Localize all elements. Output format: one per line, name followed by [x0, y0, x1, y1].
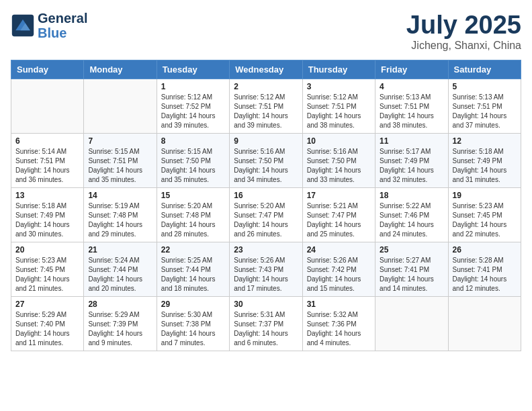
day-number: 4 — [380, 82, 443, 91]
calendar-cell — [448, 297, 521, 351]
cell-info: Sunrise: 5:31 AMSunset: 7:37 PMDaylight:… — [234, 310, 298, 348]
cell-info: Sunrise: 5:23 AMSunset: 7:45 PMDaylight:… — [453, 201, 517, 239]
calendar-cell: 20Sunrise: 5:23 AMSunset: 7:45 PMDayligh… — [11, 242, 84, 297]
day-number: 19 — [453, 191, 517, 200]
day-header-monday: Monday — [84, 60, 157, 79]
day-number: 24 — [307, 245, 371, 255]
calendar-cell: 15Sunrise: 5:20 AMSunset: 7:48 PMDayligh… — [157, 188, 229, 242]
calendar-cell: 2Sunrise: 5:12 AMSunset: 7:51 PMDaylight… — [230, 79, 302, 134]
calendar-cell: 10Sunrise: 5:16 AMSunset: 7:50 PMDayligh… — [302, 134, 375, 188]
day-number: 15 — [161, 191, 225, 200]
day-number: 27 — [15, 300, 79, 309]
calendar-header-row: SundayMondayTuesdayWednesdayThursdayFrid… — [11, 60, 521, 79]
day-number: 26 — [453, 245, 517, 255]
cell-info: Sunrise: 5:20 AMSunset: 7:48 PMDaylight:… — [161, 201, 225, 239]
logo-line2: Blue — [38, 26, 87, 40]
calendar-cell: 9Sunrise: 5:16 AMSunset: 7:50 PMDaylight… — [230, 134, 302, 188]
cell-info: Sunrise: 5:21 AMSunset: 7:47 PMDaylight:… — [307, 201, 371, 239]
cell-info: Sunrise: 5:23 AMSunset: 7:45 PMDaylight:… — [15, 256, 79, 293]
calendar-cell: 11Sunrise: 5:17 AMSunset: 7:49 PMDayligh… — [375, 134, 448, 188]
day-number: 20 — [15, 245, 79, 255]
cell-info: Sunrise: 5:19 AMSunset: 7:48 PMDaylight:… — [88, 201, 152, 239]
cell-info: Sunrise: 5:15 AMSunset: 7:50 PMDaylight:… — [161, 147, 225, 185]
title-block: July 2025 Jicheng, Shanxi, China — [406, 11, 521, 52]
day-header-tuesday: Tuesday — [157, 60, 229, 79]
day-number: 9 — [234, 136, 298, 146]
calendar-cell: 3Sunrise: 5:12 AMSunset: 7:51 PMDaylight… — [302, 79, 375, 134]
cell-info: Sunrise: 5:26 AMSunset: 7:43 PMDaylight:… — [234, 256, 298, 293]
day-number: 18 — [380, 191, 443, 200]
cell-info: Sunrise: 5:12 AMSunset: 7:52 PMDaylight:… — [161, 93, 225, 130]
cell-info: Sunrise: 5:32 AMSunset: 7:36 PMDaylight:… — [307, 310, 371, 348]
day-number: 23 — [234, 245, 298, 255]
day-number: 30 — [234, 300, 298, 309]
cell-info: Sunrise: 5:24 AMSunset: 7:44 PMDaylight:… — [88, 256, 152, 293]
calendar-week-5: 27Sunrise: 5:29 AMSunset: 7:40 PMDayligh… — [11, 297, 521, 351]
cell-info: Sunrise: 5:29 AMSunset: 7:40 PMDaylight:… — [15, 310, 79, 348]
day-header-thursday: Thursday — [302, 60, 375, 79]
calendar-cell: 27Sunrise: 5:29 AMSunset: 7:40 PMDayligh… — [11, 297, 84, 351]
cell-info: Sunrise: 5:18 AMSunset: 7:49 PMDaylight:… — [15, 201, 79, 239]
day-number: 6 — [15, 136, 79, 146]
calendar-cell: 23Sunrise: 5:26 AMSunset: 7:43 PMDayligh… — [230, 242, 302, 297]
cell-info: Sunrise: 5:22 AMSunset: 7:46 PMDaylight:… — [380, 201, 443, 239]
day-number: 10 — [307, 136, 371, 146]
logo-icon — [11, 13, 35, 38]
calendar-cell: 22Sunrise: 5:25 AMSunset: 7:44 PMDayligh… — [157, 242, 229, 297]
calendar-cell: 8Sunrise: 5:15 AMSunset: 7:50 PMDaylight… — [157, 134, 229, 188]
calendar-cell: 12Sunrise: 5:18 AMSunset: 7:49 PMDayligh… — [448, 134, 521, 188]
day-number: 12 — [453, 136, 517, 146]
day-header-saturday: Saturday — [448, 60, 521, 79]
cell-info: Sunrise: 5:14 AMSunset: 7:51 PMDaylight:… — [15, 147, 79, 185]
day-number: 28 — [88, 300, 152, 309]
calendar-cell: 6Sunrise: 5:14 AMSunset: 7:51 PMDaylight… — [11, 134, 84, 188]
calendar-cell: 17Sunrise: 5:21 AMSunset: 7:47 PMDayligh… — [302, 188, 375, 242]
calendar-cell: 16Sunrise: 5:20 AMSunset: 7:47 PMDayligh… — [230, 188, 302, 242]
calendar-cell: 31Sunrise: 5:32 AMSunset: 7:36 PMDayligh… — [302, 297, 375, 351]
day-number: 3 — [307, 82, 371, 91]
day-number: 16 — [234, 191, 298, 200]
cell-info: Sunrise: 5:18 AMSunset: 7:49 PMDaylight:… — [453, 147, 517, 185]
calendar-cell: 19Sunrise: 5:23 AMSunset: 7:45 PMDayligh… — [448, 188, 521, 242]
cell-info: Sunrise: 5:16 AMSunset: 7:50 PMDaylight:… — [307, 147, 371, 185]
cell-info: Sunrise: 5:13 AMSunset: 7:51 PMDaylight:… — [380, 93, 443, 130]
cell-info: Sunrise: 5:12 AMSunset: 7:51 PMDaylight:… — [307, 93, 371, 130]
day-number: 22 — [161, 245, 225, 255]
cell-info: Sunrise: 5:16 AMSunset: 7:50 PMDaylight:… — [234, 147, 298, 185]
day-number: 1 — [161, 82, 225, 91]
cell-info: Sunrise: 5:30 AMSunset: 7:38 PMDaylight:… — [161, 310, 225, 348]
calendar-cell: 30Sunrise: 5:31 AMSunset: 7:37 PMDayligh… — [230, 297, 302, 351]
cell-info: Sunrise: 5:26 AMSunset: 7:42 PMDaylight:… — [307, 256, 371, 293]
day-number: 29 — [161, 300, 225, 309]
calendar-week-3: 13Sunrise: 5:18 AMSunset: 7:49 PMDayligh… — [11, 188, 521, 242]
cell-info: Sunrise: 5:28 AMSunset: 7:41 PMDaylight:… — [453, 256, 517, 293]
calendar-week-2: 6Sunrise: 5:14 AMSunset: 7:51 PMDaylight… — [11, 134, 521, 188]
logo: General Blue — [11, 11, 87, 40]
calendar-cell: 28Sunrise: 5:29 AMSunset: 7:39 PMDayligh… — [84, 297, 157, 351]
logo-line1: General — [38, 11, 87, 26]
day-number: 2 — [234, 82, 298, 91]
day-number: 31 — [307, 300, 371, 309]
cell-info: Sunrise: 5:20 AMSunset: 7:47 PMDaylight:… — [234, 201, 298, 239]
calendar-week-1: 1Sunrise: 5:12 AMSunset: 7:52 PMDaylight… — [11, 79, 521, 134]
calendar-cell: 21Sunrise: 5:24 AMSunset: 7:44 PMDayligh… — [84, 242, 157, 297]
day-number: 11 — [380, 136, 443, 146]
day-header-wednesday: Wednesday — [230, 60, 302, 79]
day-number: 14 — [88, 191, 152, 200]
day-number: 17 — [307, 191, 371, 200]
calendar-cell: 29Sunrise: 5:30 AMSunset: 7:38 PMDayligh… — [157, 297, 229, 351]
day-header-sunday: Sunday — [11, 60, 84, 79]
day-header-friday: Friday — [375, 60, 448, 79]
day-number: 21 — [88, 245, 152, 255]
cell-info: Sunrise: 5:13 AMSunset: 7:51 PMDaylight:… — [453, 93, 517, 130]
cell-info: Sunrise: 5:17 AMSunset: 7:49 PMDaylight:… — [380, 147, 443, 185]
month-title: July 2025 — [406, 11, 521, 40]
calendar-cell: 14Sunrise: 5:19 AMSunset: 7:48 PMDayligh… — [84, 188, 157, 242]
calendar-cell: 1Sunrise: 5:12 AMSunset: 7:52 PMDaylight… — [157, 79, 229, 134]
calendar-cell: 4Sunrise: 5:13 AMSunset: 7:51 PMDaylight… — [375, 79, 448, 134]
calendar-cell — [11, 79, 84, 134]
day-number: 13 — [15, 191, 79, 200]
cell-info: Sunrise: 5:15 AMSunset: 7:51 PMDaylight:… — [88, 147, 152, 185]
calendar-cell: 25Sunrise: 5:27 AMSunset: 7:41 PMDayligh… — [375, 242, 448, 297]
calendar-table: SundayMondayTuesdayWednesdayThursdayFrid… — [11, 60, 521, 351]
